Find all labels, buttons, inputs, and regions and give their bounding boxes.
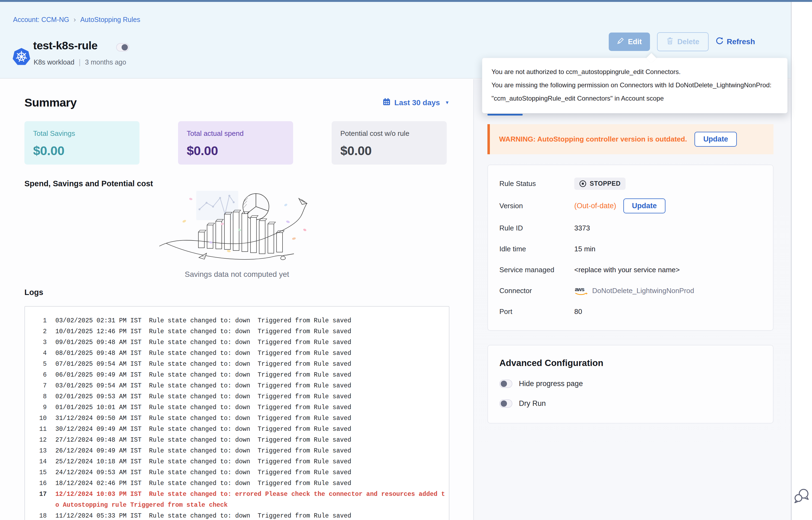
log-row: 8 02/01/2025 09:53 AM IST Rule state cha… bbox=[29, 391, 445, 402]
card-label: Total Savings bbox=[33, 129, 131, 138]
controller-warning-banner: WARNING: AutoStopping controller version… bbox=[487, 124, 773, 154]
log-line-number: 6 bbox=[29, 369, 47, 380]
delete-button-label: Delete bbox=[678, 38, 699, 46]
aws-logo-icon: aws bbox=[574, 286, 588, 296]
warning-update-button[interactable]: Update bbox=[694, 132, 737, 147]
top-accent-strip bbox=[0, 0, 812, 2]
log-line-number: 2 bbox=[29, 326, 47, 337]
version-status: (Out-of-date) bbox=[574, 202, 616, 210]
right-gutter bbox=[791, 2, 812, 520]
log-line-text: 25/12/2024 10:18 AM IST Rule state chang… bbox=[55, 456, 445, 467]
card-label: Potential cost w/o rule bbox=[340, 129, 438, 138]
dry-run-toggle[interactable] bbox=[499, 399, 512, 408]
breadcrumb-separator-icon: › bbox=[74, 16, 76, 24]
tooltip-line-2: You are missing the following permission… bbox=[491, 78, 778, 92]
log-line-number: 15 bbox=[29, 467, 47, 478]
dry-run-row: Dry Run bbox=[499, 399, 762, 408]
caret-down-icon: ▼ bbox=[445, 100, 449, 105]
log-line-text: 06/01/2025 09:49 AM IST Rule state chang… bbox=[55, 369, 445, 380]
log-row: 3 09/01/2025 09:48 AM IST Rule state cha… bbox=[29, 337, 445, 348]
toggle-knob bbox=[122, 44, 128, 50]
log-line-text: 03/02/2025 02:31 PM IST Rule state chang… bbox=[55, 315, 445, 326]
log-row: 18 11/12/2024 05:33 PM IST Rule state ch… bbox=[29, 511, 445, 520]
card-value: $0.00 bbox=[187, 143, 285, 158]
connector-name: DoNotDelete_LightwingNonProd bbox=[592, 287, 694, 295]
date-range-selector[interactable]: Last 30 days ▼ bbox=[383, 98, 449, 108]
port-value: 80 bbox=[574, 308, 762, 316]
advanced-configuration-heading: Advanced Configuration bbox=[499, 358, 762, 368]
header-actions: Edit Delete bbox=[609, 32, 755, 51]
main-content: Summary Last 30 days ▼ bbox=[0, 79, 473, 520]
log-line-text: 24/12/2024 09:53 AM IST Rule state chang… bbox=[55, 467, 445, 478]
refresh-button[interactable]: Refresh bbox=[716, 37, 755, 47]
toggle-knob bbox=[501, 400, 507, 407]
log-row: 10 31/12/2024 09:50 AM IST Rule state ch… bbox=[29, 413, 445, 424]
card-label: Total actual spend bbox=[187, 129, 285, 138]
rule-age: 3 months ago bbox=[85, 58, 126, 66]
field-label: Rule ID bbox=[499, 224, 574, 232]
log-row: 7 03/01/2025 09:54 AM IST Rule state cha… bbox=[29, 380, 445, 391]
field-label: Port bbox=[499, 308, 574, 316]
log-row: 13 26/12/2024 09:49 AM IST Rule state ch… bbox=[29, 445, 445, 456]
rule-id-row: Rule ID 3373 bbox=[499, 222, 762, 234]
log-line-number: 9 bbox=[29, 402, 47, 413]
warning-text: WARNING: AutoStopping controller version… bbox=[499, 135, 687, 144]
page-title: test-k8s-rule bbox=[33, 39, 97, 52]
delete-button[interactable]: Delete bbox=[657, 32, 709, 51]
log-row: 11 30/12/2024 09:49 AM IST Rule state ch… bbox=[29, 424, 445, 435]
summary-heading: Summary bbox=[24, 96, 76, 109]
log-line-text: 11/12/2024 05:33 PM IST Rule state chang… bbox=[55, 511, 445, 520]
pencil-icon bbox=[617, 37, 624, 46]
log-list: 1 03/02/2025 02:31 PM IST Rule state cha… bbox=[29, 315, 445, 520]
log-row: 15 24/12/2024 09:53 AM IST Rule state ch… bbox=[29, 467, 445, 478]
port-row: Port 80 bbox=[499, 306, 762, 318]
trash-icon bbox=[666, 37, 673, 47]
log-panel[interactable]: 1 03/02/2025 02:31 PM IST Rule state cha… bbox=[24, 306, 449, 520]
permission-tooltip: You are not authorized to ccm_autostoppi… bbox=[482, 58, 788, 113]
idle-time-row: Idle time 15 min bbox=[499, 243, 762, 255]
log-line-number: 8 bbox=[29, 391, 47, 402]
service-managed-row: Service managed <replace with your servi… bbox=[499, 264, 762, 276]
stop-icon bbox=[579, 180, 587, 187]
log-row: 1 03/02/2025 02:31 PM IST Rule state cha… bbox=[29, 315, 445, 326]
edit-button-label: Edit bbox=[628, 38, 642, 46]
log-line-text: 12/12/2024 10:03 PM IST Rule state chang… bbox=[55, 489, 445, 511]
breadcrumb-autostopping-link[interactable]: AutoStopping Rules bbox=[80, 16, 140, 24]
log-line-number: 17 bbox=[29, 489, 47, 511]
dry-run-label: Dry Run bbox=[519, 399, 546, 408]
svg-text:aws: aws bbox=[575, 286, 585, 292]
log-line-number: 1 bbox=[29, 315, 47, 326]
log-row: 5 07/01/2025 09:54 AM IST Rule state cha… bbox=[29, 359, 445, 369]
card-value: $0.00 bbox=[33, 143, 131, 158]
log-row: 6 06/01/2025 09:49 AM IST Rule state cha… bbox=[29, 369, 445, 380]
logs-heading: Logs bbox=[24, 288, 449, 297]
empty-chart-illustration bbox=[158, 189, 316, 268]
log-line-text: 09/01/2025 09:48 AM IST Rule state chang… bbox=[55, 337, 445, 348]
summary-cards: Total Savings $0.00 Total actual spend $… bbox=[24, 121, 449, 164]
log-line-text: 10/01/2025 12:46 PM IST Rule state chang… bbox=[55, 326, 445, 337]
rule-details-card: Rule Status STOPPED Version bbox=[487, 164, 773, 331]
log-line-text: 07/01/2025 09:54 AM IST Rule state chang… bbox=[55, 359, 445, 369]
total-savings-card: Total Savings $0.00 bbox=[24, 121, 140, 164]
rule-enabled-toggle[interactable] bbox=[116, 43, 129, 52]
log-line-number: 16 bbox=[29, 478, 47, 489]
log-row: 4 08/01/2025 09:48 AM IST Rule state cha… bbox=[29, 348, 445, 359]
log-line-text: 30/12/2024 09:49 AM IST Rule state chang… bbox=[55, 424, 445, 435]
k8s-icon bbox=[12, 48, 31, 68]
total-actual-spend-card: Total actual spend $0.00 bbox=[178, 121, 293, 164]
edit-button[interactable]: Edit bbox=[609, 32, 650, 51]
help-chat-icon[interactable] bbox=[793, 487, 810, 505]
connector-row: Connector aws DoNotDelete_LightwingNonPr… bbox=[499, 285, 762, 297]
refresh-button-label: Refresh bbox=[727, 37, 755, 46]
refresh-icon bbox=[716, 37, 723, 47]
field-label: Rule Status bbox=[499, 180, 574, 188]
advanced-configuration-card: Advanced Configuration Hide progress pag… bbox=[487, 345, 773, 423]
log-line-text: 26/12/2024 09:49 AM IST Rule state chang… bbox=[55, 445, 445, 456]
subtitle-divider: | bbox=[79, 58, 81, 67]
log-line-text: 31/12/2024 09:50 AM IST Rule state chang… bbox=[55, 413, 445, 424]
rule-id-value: 3373 bbox=[574, 224, 762, 232]
hide-progress-toggle[interactable] bbox=[499, 380, 512, 388]
log-line-text: 27/12/2024 09:48 AM IST Rule state chang… bbox=[55, 435, 445, 445]
breadcrumb-account-link[interactable]: Account: CCM-NG bbox=[13, 16, 69, 24]
version-update-button[interactable]: Update bbox=[623, 199, 666, 213]
